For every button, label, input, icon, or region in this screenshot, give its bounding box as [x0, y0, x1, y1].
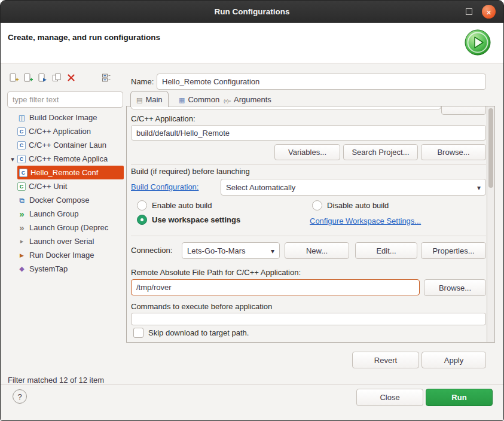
search-project-button[interactable]: Search Project... [343, 144, 418, 160]
chevron-expanded-icon[interactable] [8, 154, 17, 163]
main-tab-icon [136, 95, 142, 104]
tree-item-hello-remote-selected[interactable]: Hello_Remote Conf [17, 166, 124, 179]
variables-button[interactable]: Variables... [274, 144, 340, 160]
delete-launch-configuration-icon[interactable] [66, 73, 77, 83]
window-title: Run Configurations [215, 7, 290, 16]
section-divider [131, 236, 486, 236]
new-launch-configuration-icon[interactable] [8, 73, 19, 83]
help-button[interactable]: ? [13, 389, 27, 404]
clipped-project-field[interactable] [131, 106, 441, 109]
filter-input[interactable] [7, 91, 123, 108]
enable-auto-build-label: Enable auto build [152, 201, 212, 210]
tab-main[interactable]: Main [130, 91, 169, 107]
launch-group-deprecated-icon [17, 223, 26, 232]
connection-value: Lets-Go-To-Mars [187, 246, 246, 255]
chevron-down-icon [266, 246, 274, 255]
tree-item-cpp-unit[interactable]: C/C++ Unit [7, 179, 124, 193]
titlebar[interactable]: Run Configurations [1, 1, 503, 23]
scrollbar-thumb[interactable] [488, 108, 493, 188]
configurations-tree: Build Docker Image C/C++ Application C/C… [7, 111, 124, 276]
tree-item-launch-over-serial[interactable]: Launch over Serial [7, 234, 124, 248]
disable-auto-build-radio[interactable] [312, 200, 322, 210]
skip-download-label: Skip download to target path. [148, 328, 249, 337]
tree-item-run-docker-image[interactable]: Run Docker Image [7, 248, 124, 262]
application-path-input[interactable] [131, 125, 486, 141]
tab-arguments[interactable]: Arguments [218, 92, 277, 106]
tree-item-label: Launch over Serial [29, 237, 94, 246]
section-divider [131, 164, 486, 165]
connection-label: Connection: [131, 246, 172, 255]
run-play-icon [464, 29, 491, 56]
apply-button[interactable]: Apply [421, 352, 486, 368]
tree-item-label: C/C++ Container Laun [29, 141, 106, 150]
tree-item-label: Launch Group (Deprec [29, 223, 108, 232]
tree-item-label: Launch Group [29, 209, 78, 218]
commands-label: Commands to execute before application [131, 302, 272, 311]
banner-title: Create, manage, and run configurations [8, 33, 160, 42]
edit-connection-button[interactable]: Edit... [355, 242, 417, 259]
enable-auto-build-radio[interactable] [137, 200, 147, 210]
browse-application-button[interactable]: Browse... [421, 144, 486, 160]
tab-label: Arguments [234, 95, 271, 104]
name-label: Name: [131, 77, 154, 86]
build-configuration-select[interactable]: Select Automatically [221, 179, 486, 196]
remote-path-label: Remote Absolute File Path for C/C++ Appl… [131, 268, 301, 277]
clipped-browse-button[interactable] [441, 106, 486, 115]
tree-item-label: Build Docker Image [29, 113, 97, 122]
close-icon [486, 7, 491, 17]
configure-workspace-settings-link[interactable]: Configure Workspace Settings... [310, 216, 421, 225]
arguments-tab-icon [224, 95, 231, 104]
tree-item-label: Run Docker Image [29, 251, 94, 260]
systemtap-icon [17, 264, 26, 273]
skip-download-option: Skip download to target path. [133, 328, 249, 338]
c-unit-icon [17, 182, 26, 191]
tab-common[interactable]: Common [173, 92, 225, 106]
build-configuration-link[interactable]: Build Configuration: [131, 182, 198, 191]
disable-auto-build-option: Disable auto build [312, 200, 389, 210]
common-tab-icon [179, 95, 185, 104]
new-connection-button[interactable]: New... [285, 242, 349, 259]
tree-item-label: C/C++ Unit [29, 182, 67, 191]
export-launch-configuration-icon[interactable] [37, 73, 48, 83]
footer-divider [1, 384, 503, 385]
tree-item-cpp-remote-application[interactable]: C/C++ Remote Applica [7, 152, 124, 166]
dialog-banner: Create, manage, and run configurations [1, 23, 503, 63]
close-button[interactable]: Close [356, 389, 423, 406]
window-close-button[interactable] [482, 5, 496, 19]
tree-item-label: Docker Compose [29, 196, 89, 205]
duplicate-launch-configuration-icon[interactable] [51, 73, 62, 83]
run-button[interactable]: Run [426, 389, 493, 406]
tree-item-label: SystemTap [29, 264, 68, 273]
properties-button[interactable]: Properties... [421, 242, 486, 259]
connection-select[interactable]: Lets-Go-To-Mars [182, 242, 280, 259]
name-input[interactable] [157, 74, 486, 90]
maximize-icon[interactable] [466, 8, 472, 15]
tree-item-label: C/C++ Application [29, 127, 91, 136]
collapse-all-icon[interactable] [101, 73, 112, 83]
serial-launch-icon [17, 237, 26, 246]
tree-item-systemtap[interactable]: SystemTap [7, 262, 124, 276]
use-workspace-settings-label: Use workspace settings [152, 215, 240, 224]
commands-input[interactable] [131, 313, 486, 325]
main-tab-content: C/C++ Application: Variables... Search P… [126, 106, 495, 343]
tree-item-cpp-application[interactable]: C/C++ Application [7, 124, 124, 138]
build-configuration-value: Select Automatically [226, 183, 295, 192]
tree-item-build-docker-image[interactable]: Build Docker Image [7, 111, 124, 124]
skip-download-checkbox[interactable] [133, 328, 143, 338]
tree-item-launch-group[interactable]: Launch Group [7, 207, 124, 221]
use-workspace-settings-radio[interactable] [137, 215, 147, 225]
content-scrollbar[interactable] [487, 106, 494, 342]
tree-item-label: Hello_Remote Conf [30, 168, 98, 177]
c-container-icon [17, 141, 26, 150]
revert-button[interactable]: Revert [352, 352, 419, 368]
c-application-icon [17, 127, 26, 136]
tree-item-cpp-container-launcher[interactable]: C/C++ Container Laun [7, 138, 124, 152]
tree-item-launch-group-deprecated[interactable]: Launch Group (Deprec [7, 221, 124, 234]
tree-item-docker-compose[interactable]: Docker Compose [7, 193, 124, 207]
build-group-title: Build (if required) before launching [131, 167, 250, 176]
remote-path-input[interactable] [131, 279, 420, 295]
launch-group-icon [17, 209, 26, 218]
new-launch-prototype-icon[interactable] [23, 73, 33, 83]
browse-remote-path-button[interactable]: Browse... [424, 279, 486, 296]
tab-label: Common [188, 95, 219, 104]
